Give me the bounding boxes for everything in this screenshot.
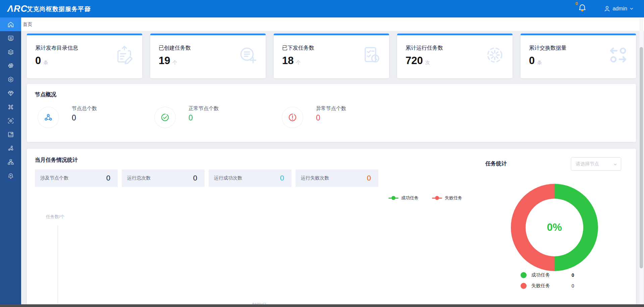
stat-card-tasks-created: 已创建任务数 19个 <box>150 34 266 78</box>
sidebar-item-catalog[interactable] <box>0 31 21 45</box>
sidebar-item-gem[interactable] <box>0 86 21 100</box>
user-menu[interactable]: admin <box>603 5 634 12</box>
scrollbar-thumb[interactable] <box>640 47 643 268</box>
data-exchange-icon <box>608 45 629 65</box>
sidebar-item-home[interactable] <box>0 17 21 31</box>
stat-card-value: 18个 <box>282 55 301 67</box>
sidebar-item-topology[interactable] <box>0 155 21 169</box>
bottom-edge-bar <box>0 304 644 307</box>
stat-box-label: 涉及节点个数 <box>40 175 68 181</box>
donut-legend-label: 成功任务 <box>531 272 572 278</box>
sidebar-item-assets[interactable] <box>0 72 21 86</box>
header-right: 0 admin <box>578 0 634 17</box>
node-abnormal-label: 异常节点个数 <box>316 105 346 112</box>
node-total-value: 0 <box>72 113 76 122</box>
bell-icon <box>578 3 587 13</box>
stat-card-title: 已创建任务数 <box>159 45 191 52</box>
stat-card-published-catalog: 累计发布目录信息 0条 <box>27 34 142 78</box>
stat-box-value: 0 <box>280 174 284 183</box>
node-normal-label: 正常节点个数 <box>189 105 219 112</box>
node-overview-title: 节点概况 <box>35 91 56 98</box>
donut-legend-label: 失败任务 <box>531 283 572 289</box>
stat-box-value: 0 <box>367 174 371 183</box>
stat-box-label: 运行失败次数 <box>301 175 329 181</box>
node-abnormal-icon <box>282 107 303 128</box>
legend-label: 成功任务 <box>401 195 419 201</box>
scan-gear-icon <box>7 117 14 124</box>
donut-legend-fail[interactable]: 失败任务 0 <box>521 283 585 289</box>
stat-card-unit: 个 <box>296 60 301 65</box>
exchange-cube-icon <box>7 62 14 69</box>
task-running-icon <box>484 45 505 65</box>
stat-card-title: 累计交换数据量 <box>529 45 567 52</box>
monthly-task-panel: 当月任务情况统计 涉及节点个数 0 运行总次数 0 运行成功次数 0 运行失败次… <box>27 149 636 307</box>
stat-box-label: 运行总次数 <box>127 175 151 181</box>
stat-box-value: 0 <box>106 174 110 183</box>
donut-legend-value: 0 <box>572 272 585 278</box>
y-axis-line <box>58 225 58 307</box>
sidebar-item-library[interactable] <box>0 127 21 141</box>
catalog-board-icon <box>7 35 14 42</box>
command-icon <box>7 103 14 111</box>
stat-card-unit: 次 <box>425 60 430 65</box>
stat-box-value: 0 <box>193 174 197 183</box>
stat-card-unit: 个 <box>172 60 177 65</box>
task-donut-chart[interactable]: 0% <box>511 184 598 271</box>
relation-nodes-icon <box>7 145 14 152</box>
notification-badge: 0 <box>575 1 578 6</box>
node-select[interactable]: 请选择节点 <box>571 157 621 171</box>
brand-logo: ΛRC <box>7 4 28 14</box>
donut-center-label: 0% <box>511 184 598 271</box>
stat-card-tasks-dispatched: 已下发任务数 18个 <box>274 34 389 78</box>
stat-card-value: 19个 <box>159 55 177 67</box>
sidebar-fold-icon[interactable] <box>84 5 91 12</box>
stat-card-value: 720次 <box>406 55 430 67</box>
app-title: 艾克尚枢数据服务平台 <box>27 5 91 13</box>
sidebar-nav <box>0 17 21 307</box>
task-stats-title: 任务统计 <box>485 160 507 167</box>
stat-box-failed-runs: 运行失败次数 0 <box>296 169 378 187</box>
notification-bell[interactable]: 0 <box>578 3 589 14</box>
sidebar-item-alarm[interactable] <box>0 169 21 183</box>
legend-item-success[interactable]: 成功任务 <box>388 195 419 201</box>
sidebar-item-monitor[interactable] <box>0 114 21 127</box>
node-normal-value: 0 <box>189 113 193 122</box>
stat-card-title: 累计发布目录信息 <box>35 45 78 52</box>
sidebar-item-command[interactable] <box>0 100 21 114</box>
fail-line-marker <box>432 196 442 200</box>
sidebar-item-exchange[interactable] <box>0 59 21 72</box>
y-axis-label: 任务数/个 <box>46 214 65 220</box>
success-dot <box>521 272 527 278</box>
cube-gear-icon <box>7 76 14 83</box>
library-book-icon <box>7 131 14 138</box>
legend-item-fail[interactable]: 失败任务 <box>432 195 462 201</box>
sidebar-item-layers[interactable] <box>0 45 21 59</box>
monthly-title: 当月任务情况统计 <box>35 157 78 164</box>
node-abnormal-value: 0 <box>316 113 320 122</box>
stat-card-unit: 条 <box>537 60 542 65</box>
layers-icon <box>7 48 14 56</box>
chevron-down-icon <box>613 162 618 167</box>
node-select-placeholder: 请选择节点 <box>576 161 599 167</box>
sidebar-item-relation[interactable] <box>0 141 21 155</box>
donut-legend-success[interactable]: 成功任务 0 <box>521 272 585 278</box>
stat-card-value: 0条 <box>529 55 542 67</box>
donut-legend-value: 0 <box>572 283 585 289</box>
fail-dot <box>521 283 527 289</box>
breadcrumb-home[interactable]: 首页 <box>23 21 32 27</box>
stat-card-title: 累计运行任务数 <box>406 45 443 52</box>
app-root: ΛRC 艾克尚枢数据服务平台 0 admin <box>0 0 644 307</box>
node-normal-icon <box>154 107 176 128</box>
stat-card-title: 已下发任务数 <box>282 45 314 52</box>
stat-box-nodes-involved: 涉及节点个数 0 <box>35 169 118 187</box>
task-dispatched-icon <box>361 45 382 65</box>
top-header: ΛRC 艾克尚枢数据服务平台 0 admin <box>0 0 644 17</box>
success-line-marker <box>388 196 398 200</box>
user-icon <box>603 5 611 12</box>
stat-card-tasks-run: 累计运行任务数 720次 <box>397 34 513 78</box>
legend-label: 失败任务 <box>445 195 462 201</box>
stat-box-total-runs: 运行总次数 0 <box>122 169 205 187</box>
username: admin <box>612 6 627 12</box>
stat-box-success-runs: 运行成功次数 0 <box>209 169 291 187</box>
node-total-label: 节点总个数 <box>72 105 97 112</box>
